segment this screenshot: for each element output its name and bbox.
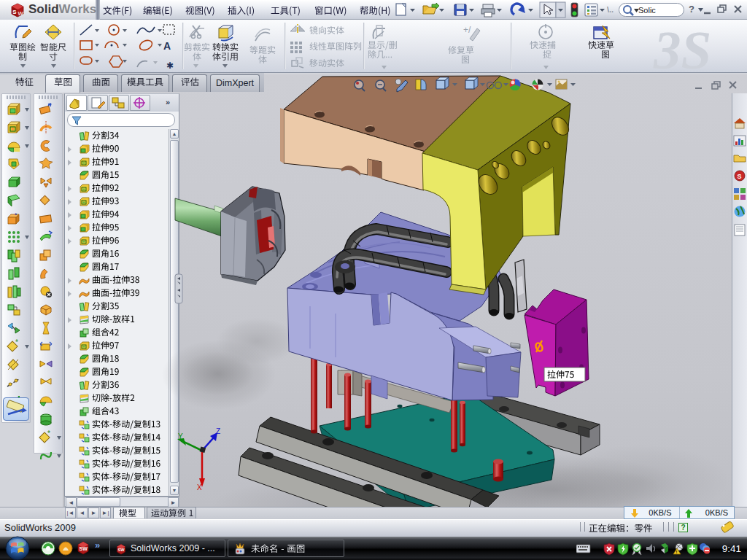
svg-text:Y: Y bbox=[178, 432, 183, 440]
svg-text:Z: Z bbox=[216, 427, 220, 435]
svg-text:X: X bbox=[197, 483, 202, 491]
